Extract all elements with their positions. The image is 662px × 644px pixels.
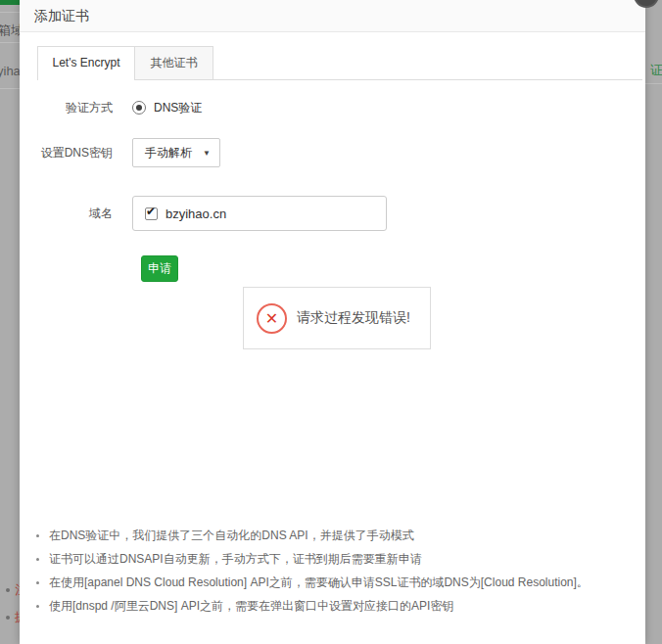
help-item: 证书可以通过DNSAPI自动更新，手动方式下，证书到期后需要重新申请 xyxy=(49,547,632,571)
tab-lets-encrypt[interactable]: Let's Encrypt xyxy=(37,46,135,80)
domain-checkbox[interactable]: ✔ xyxy=(145,207,158,220)
background-table-cell-text: 箱域 xyxy=(0,22,21,39)
apply-button[interactable]: 申请 xyxy=(141,255,178,282)
help-notes: 在DNS验证中，我们提供了三个自动化的DNS API，并提供了手动模式 证书可以… xyxy=(29,524,632,618)
domain-name: bzyihao.cn xyxy=(166,207,226,221)
verify-method-label: 验证方式 xyxy=(20,100,113,116)
dns-key-select[interactable]: 手动解析 ▼ xyxy=(132,138,220,167)
error-message: 请求过程发现错误! xyxy=(297,309,410,327)
background-right-strip: 证 xyxy=(645,0,662,644)
background-domain-text: yiha xyxy=(0,64,21,78)
dns-key-row: 设置DNS密钥 手动解析 ▼ xyxy=(20,138,220,167)
dns-key-selected-value: 手动解析 xyxy=(145,145,192,161)
help-item: 使用[dnspd /阿里云DNS] API之前，需要在弹出窗口中设置对应接口的A… xyxy=(49,594,632,618)
modal-header: 添加证书 xyxy=(20,0,645,32)
background-cert-link: 证 xyxy=(650,62,662,79)
dns-verify-radio[interactable] xyxy=(132,101,146,115)
verify-method-row: 验证方式 DNS验证 xyxy=(20,98,202,117)
error-popup: ✕ 请求过程发现错误! xyxy=(243,287,431,349)
page: { "modal": { "title": "添加证书", "close_ico… xyxy=(0,0,662,644)
background-green-bar xyxy=(0,0,21,5)
background-bullet xyxy=(6,588,10,592)
add-certificate-modal: 添加证书 Let's Encrypt 其他证书 验证方式 DNS验证 设置DNS… xyxy=(20,0,645,644)
help-list: 在DNS验证中，我们提供了三个自动化的DNS API，并提供了手动模式 证书可以… xyxy=(29,524,632,618)
tab-other-cert[interactable]: 其他证书 xyxy=(135,46,213,79)
background-row-divider xyxy=(0,12,21,13)
chevron-down-icon: ▼ xyxy=(203,149,211,158)
background-row-divider xyxy=(0,88,21,89)
domain-row: 域名 ✔ bzyihao.cn xyxy=(20,196,387,231)
tab-bar: Let's Encrypt 其他证书 xyxy=(37,47,642,80)
background-bullet xyxy=(6,616,10,620)
background-row-divider xyxy=(645,83,662,84)
domain-label: 域名 xyxy=(20,206,113,222)
domain-list-box: ✔ bzyihao.cn xyxy=(132,196,387,231)
dns-verify-option-label: DNS验证 xyxy=(154,100,202,116)
radio-dot xyxy=(136,105,142,111)
check-icon: ✔ xyxy=(146,206,156,218)
help-item: 在使用[apanel DNS Cloud Resolution] API之前，需… xyxy=(49,571,632,594)
help-item: 在DNS验证中，我们提供了三个自动化的DNS API，并提供了手动模式 xyxy=(49,524,632,547)
error-circle-x-icon: ✕ xyxy=(257,303,287,334)
modal-title: 添加证书 xyxy=(20,0,89,31)
background-left-strip: 箱域 yiha 注 提 xyxy=(0,0,21,644)
background-row-divider xyxy=(0,42,21,43)
dns-key-label: 设置DNS密钥 xyxy=(20,145,113,161)
